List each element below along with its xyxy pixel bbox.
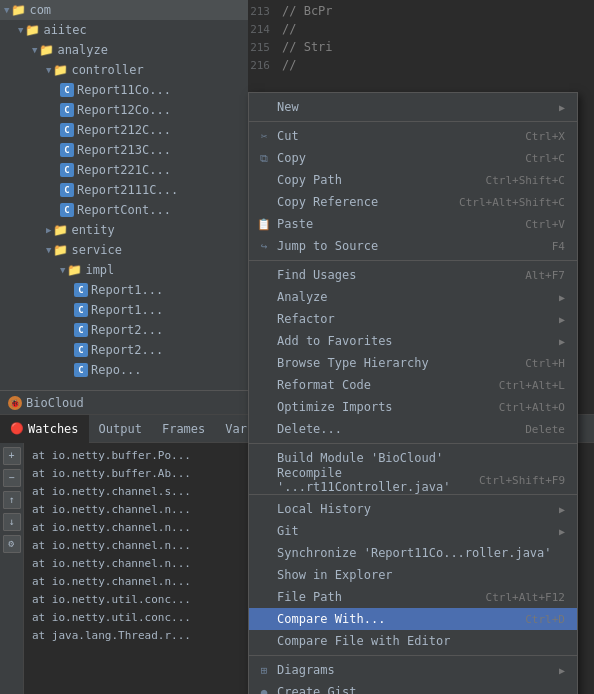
menu-item-label: Find Usages <box>277 268 356 282</box>
tree-item[interactable]: CRepo... <box>0 360 248 380</box>
menu-item-label: New <box>277 100 299 114</box>
menu-item-copy-ref[interactable]: Copy ReferenceCtrl+Alt+Shift+C <box>249 191 577 213</box>
menu-item-compare-editor[interactable]: Compare File with Editor <box>249 630 577 652</box>
tree-item[interactable]: CReport212C... <box>0 120 248 140</box>
menu-item-copy-path[interactable]: Copy PathCtrl+Shift+C <box>249 169 577 191</box>
menu-item-add-favorites[interactable]: Add to Favorites▶ <box>249 330 577 352</box>
menu-item-file-path[interactable]: File PathCtrl+Alt+F12 <box>249 586 577 608</box>
tree-item[interactable]: CReport213C... <box>0 140 248 160</box>
app-title: BioCloud <box>26 396 84 410</box>
menu-item-icon: ● <box>257 686 271 695</box>
panel-tab-frames[interactable]: Frames <box>152 415 215 443</box>
tree-item[interactable]: ▼📁controller <box>0 60 248 80</box>
menu-item-label: Delete... <box>277 422 342 436</box>
menu-item-copy[interactable]: ⧉CopyCtrl+C <box>249 147 577 169</box>
tree-item[interactable]: ▼📁aiitec <box>0 20 248 40</box>
remove-watch-button[interactable]: − <box>3 469 21 487</box>
menu-item-reformat[interactable]: Reformat CodeCtrl+Alt+L <box>249 374 577 396</box>
menu-item-label: Build Module 'BioCloud' <box>277 451 443 465</box>
tree-item[interactable]: CReport1... <box>0 280 248 300</box>
tree-item-label: com <box>29 3 51 17</box>
line-content: // Stri <box>278 40 333 54</box>
code-line: 214// <box>248 20 594 38</box>
settings-button[interactable]: ⚙ <box>3 535 21 553</box>
tree-item[interactable]: CReportCont... <box>0 200 248 220</box>
tree-item-label: Report213C... <box>77 143 171 157</box>
menu-item-show-explorer[interactable]: Show in Explorer <box>249 564 577 586</box>
menu-item-label: Copy Reference <box>277 195 378 209</box>
menu-item-synchronize[interactable]: Synchronize 'Report11Co...roller.java' <box>249 542 577 564</box>
menu-item-paste[interactable]: 📋PasteCtrl+V <box>249 213 577 235</box>
tree-item[interactable]: ▼📁analyze <box>0 40 248 60</box>
line-number: 215 <box>248 41 278 54</box>
tree-item[interactable]: ▼📁impl <box>0 260 248 280</box>
menu-separator <box>249 443 577 444</box>
tree-item[interactable]: ▼📁com <box>0 0 248 20</box>
class-icon: C <box>74 283 88 297</box>
menu-shortcut: Ctrl+Shift+C <box>486 174 565 187</box>
menu-item-optimize[interactable]: Optimize ImportsCtrl+Alt+O <box>249 396 577 418</box>
class-icon: C <box>60 83 74 97</box>
menu-item-label: Add to Favorites <box>277 334 393 348</box>
menu-item-label: Cut <box>277 129 299 143</box>
menu-item-icon: 📋 <box>257 218 271 231</box>
folder-arrow-icon: ▼ <box>46 245 51 255</box>
folder-arrow-icon: ▼ <box>18 25 23 35</box>
menu-shortcut: Ctrl+Alt+F12 <box>486 591 565 604</box>
menu-item-analyze[interactable]: Analyze▶ <box>249 286 577 308</box>
line-content: // BcPr <box>278 4 333 18</box>
tab-label: Frames <box>162 422 205 436</box>
add-watch-button[interactable]: + <box>3 447 21 465</box>
tree-item[interactable]: CReport2... <box>0 320 248 340</box>
menu-shortcut: Ctrl+H <box>525 357 565 370</box>
menu-item-local-history[interactable]: Local History▶ <box>249 498 577 520</box>
panel-tab-watches[interactable]: 🔴Watches <box>0 415 89 443</box>
folder-icon: 📁 <box>25 23 40 37</box>
tree-item-label: Report1... <box>91 303 163 317</box>
menu-submenu-arrow-icon: ▶ <box>559 665 565 676</box>
tree-item-label: service <box>71 243 122 257</box>
tree-item[interactable]: CReport2111C... <box>0 180 248 200</box>
line-number: 214 <box>248 23 278 36</box>
up-button[interactable]: ↑ <box>3 491 21 509</box>
tree-item[interactable]: CReport1... <box>0 300 248 320</box>
menu-item-label: Show in Explorer <box>277 568 393 582</box>
menu-item-create-gist[interactable]: ●Create Gist... <box>249 681 577 694</box>
tree-item[interactable]: CReport2... <box>0 340 248 360</box>
tree-item[interactable]: ▼📁service <box>0 240 248 260</box>
menu-item-git[interactable]: Git▶ <box>249 520 577 542</box>
tree-item-label: Report12Co... <box>77 103 171 117</box>
menu-item-diagrams[interactable]: ⊞Diagrams▶ <box>249 659 577 681</box>
menu-item-new[interactable]: New▶ <box>249 96 577 118</box>
menu-item-compare-with[interactable]: Compare With...Ctrl+D <box>249 608 577 630</box>
tree-item-label: entity <box>71 223 114 237</box>
menu-item-find-usages[interactable]: Find UsagesAlt+F7 <box>249 264 577 286</box>
menu-item-label: Diagrams <box>277 663 335 677</box>
tree-item[interactable]: ▶📁entity <box>0 220 248 240</box>
menu-item-cut[interactable]: ✂CutCtrl+X <box>249 125 577 147</box>
folder-arrow-icon: ▶ <box>46 225 51 235</box>
menu-item-delete[interactable]: Delete...Delete <box>249 418 577 440</box>
menu-item-label: Local History <box>277 502 371 516</box>
menu-item-recompile[interactable]: Recompile '...rt11Controller.java'Ctrl+S… <box>249 469 577 491</box>
folder-icon: 📁 <box>39 43 54 57</box>
tree-item-label: Report1... <box>91 283 163 297</box>
menu-item-label: Paste <box>277 217 313 231</box>
menu-item-type-hierarchy[interactable]: Browse Type HierarchyCtrl+H <box>249 352 577 374</box>
menu-shortcut: F4 <box>552 240 565 253</box>
panel-tab-output[interactable]: Output <box>89 415 152 443</box>
tree-item-label: analyze <box>57 43 108 57</box>
menu-shortcut: Ctrl+C <box>525 152 565 165</box>
menu-item-label: Analyze <box>277 290 328 304</box>
tree-item-label: Report2111C... <box>77 183 178 197</box>
menu-item-jump[interactable]: ↪Jump to SourceF4 <box>249 235 577 257</box>
tree-item-label: Report212C... <box>77 123 171 137</box>
tree-item[interactable]: CReport11Co... <box>0 80 248 100</box>
tree-item[interactable]: CReport12Co... <box>0 100 248 120</box>
down-button[interactable]: ↓ <box>3 513 21 531</box>
menu-item-refactor[interactable]: Refactor▶ <box>249 308 577 330</box>
tree-item-label: impl <box>85 263 114 277</box>
tree-item[interactable]: CReport221C... <box>0 160 248 180</box>
menu-item-label: Reformat Code <box>277 378 371 392</box>
menu-submenu-arrow-icon: ▶ <box>559 526 565 537</box>
